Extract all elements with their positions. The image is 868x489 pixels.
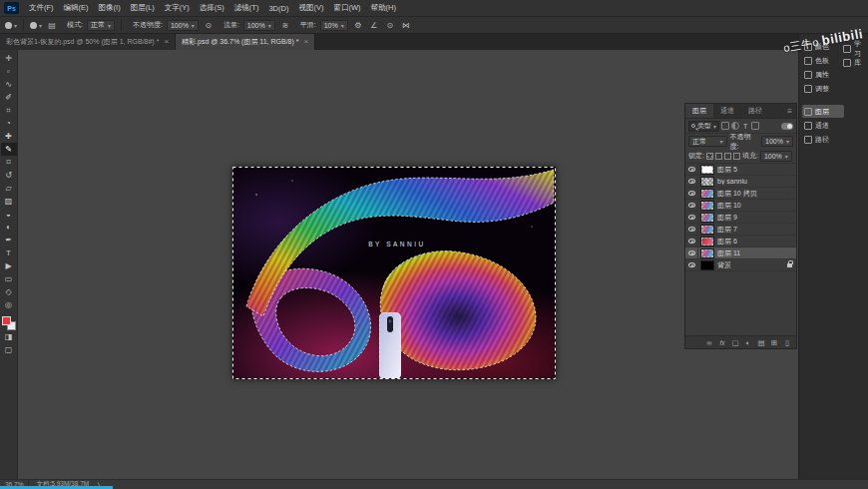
brush-size-picker[interactable] <box>30 22 42 29</box>
layer-thumbnail[interactable] <box>700 189 714 199</box>
menu-item[interactable]: 选择(S) <box>195 0 229 16</box>
layer-row[interactable]: 图层 6 <box>685 236 796 247</box>
panel-menu-icon[interactable] <box>787 107 792 116</box>
crop-tool[interactable]: ⌗ <box>1 104 17 117</box>
smoothing-select[interactable]: 10% <box>320 20 348 31</box>
panel-tab[interactable]: 图层 <box>685 104 713 118</box>
blend-mode-select[interactable]: 正常 <box>87 20 115 31</box>
lasso-tool[interactable]: ∿ <box>1 78 17 91</box>
fill-select[interactable]: 100% <box>760 151 792 162</box>
layer-visibility-toggle[interactable] <box>685 188 698 199</box>
airbrush-icon[interactable] <box>279 21 291 30</box>
layer-visibility-toggle[interactable] <box>685 200 698 211</box>
filter-pixel-layers-icon[interactable] <box>721 122 729 130</box>
panel-tab[interactable]: 通道 <box>713 104 741 118</box>
close-tab-icon[interactable] <box>164 38 169 46</box>
dock-panel-button[interactable]: 通道 <box>802 119 844 132</box>
opacity-select[interactable]: 100% <box>167 20 199 31</box>
layer-style-icon[interactable] <box>716 338 728 347</box>
layer-thumbnail[interactable] <box>700 165 714 175</box>
menu-item[interactable]: 文字(Y) <box>160 0 195 16</box>
layer-thumbnail[interactable] <box>700 260 714 270</box>
layer-row[interactable]: 图层 7 <box>685 224 796 236</box>
zoom-tool[interactable]: ◎ <box>1 298 17 311</box>
blur-tool[interactable]: ◒ <box>1 208 17 221</box>
filter-type-layers-icon[interactable] <box>741 122 749 130</box>
lock-transparency-icon[interactable] <box>706 153 713 160</box>
layer-visibility-toggle[interactable] <box>685 259 698 270</box>
panel-tab[interactable]: 路径 <box>741 104 769 118</box>
new-group-icon[interactable] <box>755 338 767 347</box>
path-selection-tool[interactable]: ▶ <box>1 259 17 272</box>
healing-brush-tool[interactable]: ✚ <box>1 130 17 143</box>
quick-selection-tool[interactable]: ✐ <box>1 91 17 104</box>
layer-row[interactable]: 图层 5 <box>685 164 796 176</box>
dock-panel-button[interactable]: 调整 <box>802 82 844 95</box>
menu-item[interactable]: 编辑(E) <box>59 0 94 16</box>
gradient-tool[interactable]: ▨ <box>1 195 17 208</box>
eyedropper-tool[interactable]: ◔ <box>1 117 17 130</box>
canvas-area[interactable]: BY SANNIU <box>18 50 798 479</box>
move-tool[interactable]: ✛ <box>1 52 17 65</box>
menu-item[interactable]: 窗口(W) <box>328 0 365 16</box>
layer-row[interactable]: 图层 11 <box>685 247 796 259</box>
layer-opacity-select[interactable]: 100% <box>761 136 793 147</box>
dock-panel-button[interactable]: 图层 <box>802 105 844 118</box>
filter-shape-layers-icon[interactable] <box>751 122 759 130</box>
layer-visibility-toggle[interactable] <box>685 212 698 223</box>
document-tab[interactable]: 精彩.psd @ 36.7% (图层 11, RGB/8) * <box>176 34 315 50</box>
lock-paint-icon[interactable] <box>715 153 722 160</box>
paint-symmetry-icon[interactable] <box>400 21 412 30</box>
tool-preset-picker[interactable] <box>5 22 17 29</box>
layer-thumbnail[interactable] <box>700 248 714 258</box>
dock-panel-button[interactable]: 库 <box>841 56 866 69</box>
type-tool[interactable]: T <box>1 246 17 259</box>
marquee-tool[interactable]: ▫ <box>1 65 17 78</box>
brush-angle-icon[interactable] <box>368 21 380 30</box>
dock-panel-button[interactable]: 路径 <box>802 133 844 146</box>
new-layer-icon[interactable] <box>768 338 780 347</box>
lock-all-icon[interactable] <box>733 153 740 160</box>
menu-item[interactable]: 视图(V) <box>293 0 328 16</box>
layer-thumbnail[interactable] <box>700 237 714 246</box>
pressure-size-icon[interactable] <box>384 21 396 30</box>
add-layer-mask-icon[interactable] <box>729 338 741 347</box>
layer-visibility-toggle[interactable] <box>685 176 698 187</box>
quick-mask-button[interactable] <box>1 330 17 343</box>
brush-settings-panel-toggle-icon[interactable] <box>46 21 58 30</box>
brush-tool[interactable]: ✎ <box>1 143 17 156</box>
eraser-tool[interactable]: ▱ <box>1 182 17 195</box>
pressure-opacity-icon[interactable] <box>203 21 215 30</box>
menu-item[interactable]: 图像(I) <box>94 0 126 16</box>
layer-row[interactable]: 图层 10 <box>685 200 796 212</box>
new-adjustment-layer-icon[interactable] <box>742 338 754 347</box>
layer-thumbnail[interactable] <box>700 225 714 235</box>
shape-tool[interactable]: ▭ <box>1 272 17 285</box>
layer-thumbnail[interactable] <box>700 177 714 187</box>
layer-visibility-toggle[interactable] <box>685 247 698 258</box>
menu-item[interactable]: 帮助(H) <box>366 0 401 16</box>
pen-tool[interactable]: ✒ <box>1 234 17 246</box>
dodge-tool[interactable]: ◐ <box>1 221 17 234</box>
history-brush-tool[interactable]: ↺ <box>1 169 17 182</box>
filter-kind-select[interactable]: 类型 <box>688 121 719 132</box>
clone-stamp-tool[interactable]: ⌑ <box>1 156 17 169</box>
menu-item[interactable]: 文件(F) <box>24 0 59 16</box>
lock-position-icon[interactable] <box>724 153 731 160</box>
smoothing-options-gear-icon[interactable] <box>352 21 364 30</box>
layer-row[interactable]: by sanniu <box>685 176 796 188</box>
layer-visibility-toggle[interactable] <box>685 164 698 175</box>
menu-item[interactable]: 图层(L) <box>126 0 160 16</box>
menu-item[interactable]: 滤镜(T) <box>229 0 264 16</box>
layer-thumbnail[interactable] <box>700 201 714 211</box>
hand-tool[interactable]: ◇ <box>1 285 17 298</box>
document-canvas[interactable]: BY SANNIU <box>232 167 556 379</box>
foreground-color-swatch[interactable] <box>2 316 11 325</box>
filter-adjustment-layers-icon[interactable] <box>731 122 739 130</box>
screen-mode-button[interactable] <box>1 343 17 356</box>
delete-layer-icon[interactable] <box>781 338 793 347</box>
flow-select[interactable]: 100% <box>243 20 275 31</box>
layer-visibility-toggle[interactable] <box>685 236 698 246</box>
layer-row[interactable]: 图层 10 拷贝 <box>685 188 796 200</box>
color-swatches[interactable] <box>2 316 16 330</box>
